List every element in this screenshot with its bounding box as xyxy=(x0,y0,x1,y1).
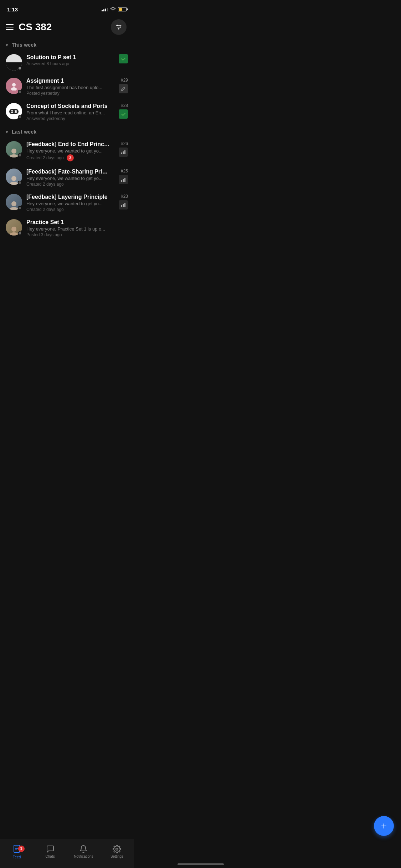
chart-icon-e2e xyxy=(119,148,128,157)
header-left: CS 382 xyxy=(6,21,52,33)
avatar-solution xyxy=(6,54,22,71)
svg-rect-28 xyxy=(124,203,125,207)
feed-right-sockets: #28 xyxy=(115,103,128,119)
svg-point-3 xyxy=(120,26,121,27)
chart-icon-layering xyxy=(119,200,128,210)
feed-scroll-area: ▾ This week Solution to P set 1 Answered… xyxy=(0,41,134,277)
avatar-assignment1 xyxy=(6,78,22,94)
feed-meta-sockets: Answered yesterday xyxy=(26,116,111,121)
section-this-week-header[interactable]: ▾ This week xyxy=(0,41,134,51)
svg-point-20 xyxy=(10,182,18,185)
feed-item-e2e[interactable]: [Feedback] End to End Principle Hey ever… xyxy=(0,138,134,165)
feed-item-sockets[interactable]: Concept of Sockets and Ports From what I… xyxy=(0,99,134,125)
battery-icon xyxy=(118,7,127,11)
feed-content-fate: [Feedback] Fate-Sharing Principle Hey ev… xyxy=(26,169,111,187)
feed-right-layering: #23 xyxy=(115,194,128,210)
this-week-divider xyxy=(40,45,128,45)
svg-point-19 xyxy=(11,176,16,181)
feed-content-sockets: Concept of Sockets and Ports From what I… xyxy=(26,103,111,121)
svg-rect-16 xyxy=(121,153,122,154)
last-week-label: Last week xyxy=(12,129,37,135)
check-icon-solution xyxy=(119,54,128,63)
feed-meta-layering: Created 2 days ago xyxy=(26,207,111,212)
this-week-chevron: ▾ xyxy=(6,42,8,48)
feed-item-solution-p1[interactable]: Solution to P set 1 Answered 8 hours ago xyxy=(0,51,134,74)
feed-content-practice1: Practice Set 1 Hey everyone, Practice Se… xyxy=(26,219,111,237)
feed-right-e2e: #26 xyxy=(115,141,128,157)
post-number-sockets: #28 xyxy=(121,103,128,108)
feed-content-solution: Solution to P set 1 Answered 8 hours ago xyxy=(26,54,111,66)
feed-item-practice1[interactable]: Practice Set 1 Hey everyone, Practice Se… xyxy=(0,216,134,241)
svg-point-14 xyxy=(11,149,16,154)
feed-right-assignment1: #29 xyxy=(115,78,128,93)
feed-item-fate[interactable]: [Feedback] Fate-Sharing Principle Hey ev… xyxy=(0,165,134,190)
filter-button[interactable] xyxy=(111,19,127,35)
avatar-fate xyxy=(6,169,22,185)
feed-content-assignment1: Assignment 1 The first assignment has be… xyxy=(26,78,111,96)
avatar-dot-e2e xyxy=(18,153,22,157)
feed-subtitle-sockets: From what I have read online, an En... xyxy=(26,110,111,115)
avatar-layering xyxy=(6,194,22,210)
page-title: CS 382 xyxy=(19,21,52,33)
svg-point-12 xyxy=(15,111,16,112)
feed-subtitle-e2e: Hey everyone, we wanted to get yo... xyxy=(26,148,111,154)
avatar-dot-fate xyxy=(18,181,22,185)
status-icons xyxy=(102,7,127,11)
svg-rect-17 xyxy=(123,151,124,154)
svg-point-2 xyxy=(117,25,118,26)
last-week-divider xyxy=(40,132,128,132)
svg-point-30 xyxy=(10,232,18,236)
feed-meta-assignment1: Posted yesterday xyxy=(26,91,111,96)
svg-rect-21 xyxy=(121,180,122,182)
svg-point-6 xyxy=(12,83,16,87)
svg-rect-23 xyxy=(124,178,125,182)
feed-subtitle-assignment1: The first assignment has been uplo... xyxy=(26,85,111,90)
avatar-sockets xyxy=(6,103,22,119)
avatar-online-dot xyxy=(18,66,22,70)
feed-right-practice1: #2 xyxy=(115,219,128,224)
section-last-week-header[interactable]: ▾ Last week xyxy=(0,128,134,138)
wifi-icon xyxy=(110,7,116,11)
svg-point-11 xyxy=(12,111,12,112)
status-time: 1:13 xyxy=(7,6,18,12)
avatar-dot-layering xyxy=(18,206,22,210)
feed-item-layering[interactable]: [Feedback] Layering Principle Hey everyo… xyxy=(0,190,134,216)
signal-bars-icon xyxy=(102,7,108,11)
header: CS 382 xyxy=(0,16,134,41)
feed-meta-fate: Created 2 days ago xyxy=(26,182,111,187)
post-number-e2e: #26 xyxy=(121,141,128,146)
last-week-chevron: ▾ xyxy=(6,129,8,135)
check-icon-sockets xyxy=(119,109,128,119)
svg-point-5 xyxy=(118,28,119,29)
svg-rect-26 xyxy=(121,205,122,207)
feed-title-practice1: Practice Set 1 xyxy=(26,219,111,226)
edit-icon-assignment1 xyxy=(119,84,128,93)
feed-meta-solution: Answered 8 hours ago xyxy=(26,61,111,66)
this-week-label: This week xyxy=(12,42,37,48)
avatar-dot-sockets xyxy=(18,115,22,119)
feed-content-layering: [Feedback] Layering Principle Hey everyo… xyxy=(26,194,111,212)
svg-point-7 xyxy=(11,87,17,91)
status-bar: 1:13 xyxy=(0,0,134,16)
filter-icon xyxy=(115,24,122,31)
feed-meta-e2e: Created 2 days ago 3 xyxy=(26,154,111,161)
feed-title-solution: Solution to P set 1 xyxy=(26,54,111,61)
feed-item-assignment1[interactable]: Assignment 1 The first assignment has be… xyxy=(0,74,134,99)
feed-title-fate: [Feedback] Fate-Sharing Principle xyxy=(26,169,111,175)
feed-content-e2e: [Feedback] End to End Principle Hey ever… xyxy=(26,141,111,161)
chart-icon-fate xyxy=(119,175,128,184)
avatar-dot-assignment xyxy=(18,90,22,94)
feed-subtitle-fate: Hey everyone, we wanted to get yo... xyxy=(26,176,111,181)
post-number-layering: #23 xyxy=(121,194,128,199)
avatar-practice1 xyxy=(6,219,22,236)
feed-title-sockets: Concept of Sockets and Ports xyxy=(26,103,111,109)
svg-point-15 xyxy=(10,154,18,157)
svg-point-24 xyxy=(11,201,16,206)
svg-point-25 xyxy=(10,207,18,210)
feed-subtitle-layering: Hey everyone, we wanted to get yo... xyxy=(26,201,111,206)
post-number-assignment1: #29 xyxy=(121,78,128,83)
menu-button[interactable] xyxy=(6,24,14,30)
feed-title-e2e: [Feedback] End to End Principle xyxy=(26,141,111,148)
svg-rect-27 xyxy=(123,204,124,207)
post-number-fate: #25 xyxy=(121,169,128,174)
